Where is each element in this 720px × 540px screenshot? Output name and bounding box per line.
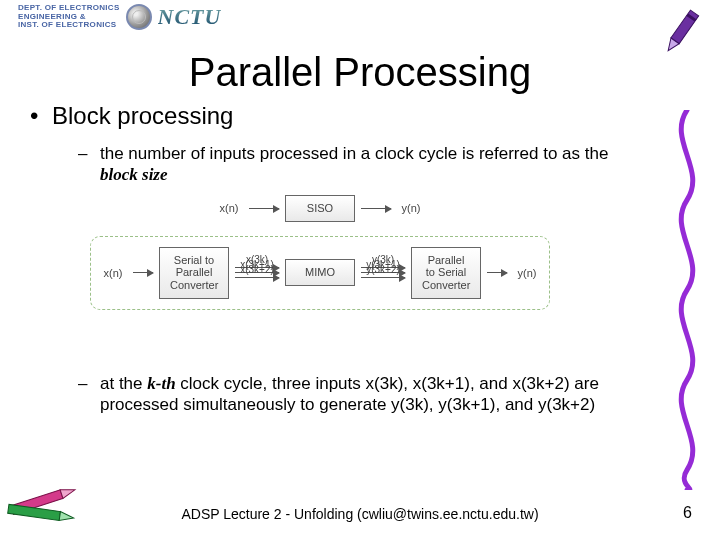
slide-title: Parallel Processing — [0, 50, 720, 95]
arrow-icon — [249, 208, 279, 209]
bullet-block-processing: Block processing — [52, 102, 233, 130]
siso-input-label: x(n) — [215, 202, 243, 214]
mimo-output-label: y(n) — [513, 267, 541, 279]
mimo-box: MIMO — [285, 259, 355, 286]
svg-rect-0 — [671, 10, 699, 44]
svg-marker-4 — [60, 486, 76, 499]
mimo-row: x(n) Serial to Parallel Converter x(3k) … — [90, 236, 550, 310]
crayons-corner-icon — [4, 474, 94, 534]
page-number: 6 — [683, 504, 692, 522]
y-signal-stack: y(3k) y(3k+1) y(3k+2) — [361, 267, 405, 278]
dept-text: Dept. of Electronics Engineering & Inst.… — [18, 4, 120, 29]
serial-to-parallel-box: Serial to Parallel Converter — [159, 247, 229, 299]
term-kth: k-th — [147, 374, 175, 393]
arrow-icon: y(3k+2) — [361, 277, 405, 278]
text: at the — [100, 374, 147, 393]
sub-bullet-kth-cycle: at the k-th clock cycle, three inputs x(… — [100, 373, 650, 416]
arrow-icon: x(3k+2) — [235, 277, 279, 278]
seal-icon — [126, 4, 152, 30]
siso-output-label: y(n) — [397, 202, 425, 214]
siso-box: SISO — [285, 195, 355, 222]
block-diagram: x(n) SISO y(n) x(n) Serial to Parallel C… — [90, 195, 550, 310]
sub-bullet-block-size: the number of inputs processed in a cloc… — [100, 143, 650, 186]
arrow-icon — [133, 272, 153, 273]
slide: Dept. of Electronics Engineering & Inst.… — [0, 0, 720, 540]
parallel-to-serial-box: Parallel to Serial Converter — [411, 247, 481, 299]
dept-line: Inst. of Electronics — [18, 21, 120, 29]
header-logo: Dept. of Electronics Engineering & Inst.… — [18, 4, 221, 30]
term-block-size: block size — [100, 165, 168, 184]
x-signal-stack: x(3k) x(3k+1) x(3k+2) — [235, 267, 279, 278]
arrow-icon — [361, 208, 391, 209]
signal-label: x(3k+2) — [235, 264, 279, 275]
footer-text: ADSP Lecture 2 - Unfolding (cwliu@twins.… — [0, 506, 720, 522]
text: the number of inputs processed in a cloc… — [100, 144, 608, 163]
squiggle-decoration-icon — [662, 110, 712, 490]
siso-row: x(n) SISO y(n) — [90, 195, 550, 222]
arrow-icon — [487, 272, 507, 273]
university-name: NCTU — [158, 4, 222, 30]
text: clock cycle, three inputs x(3k), x(3k+1)… — [100, 374, 599, 414]
mimo-input-label: x(n) — [99, 267, 127, 279]
signal-label: y(3k+2) — [361, 264, 405, 275]
